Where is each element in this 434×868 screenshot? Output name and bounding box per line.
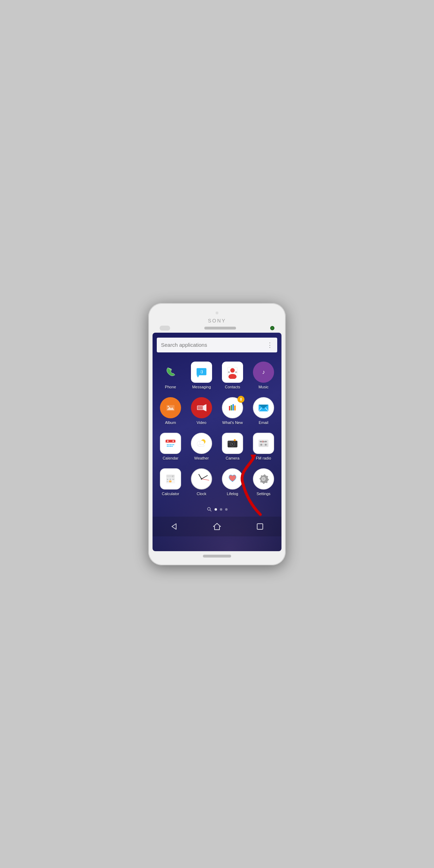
app-weather-label: Weather bbox=[194, 456, 209, 461]
app-settings-label: Settings bbox=[256, 492, 271, 496]
app-weather[interactable]: Weather bbox=[187, 430, 216, 463]
svg-rect-20 bbox=[232, 404, 234, 411]
svg-rect-11 bbox=[167, 405, 175, 411]
front-sensor bbox=[216, 312, 218, 314]
svg-rect-26 bbox=[166, 442, 175, 443]
page-indicators bbox=[153, 502, 281, 517]
phone-screen: ⋮ Phone bbox=[153, 333, 281, 551]
clock-sec-hand bbox=[202, 479, 209, 481]
svg-text:×: × bbox=[170, 479, 171, 480]
svg-rect-59 bbox=[265, 441, 265, 442]
clock-center-dot bbox=[201, 478, 202, 480]
svg-point-36 bbox=[170, 446, 171, 447]
svg-point-30 bbox=[168, 444, 169, 445]
app-calculator-label: Calculator bbox=[162, 492, 179, 496]
page-dot-3[interactable] bbox=[225, 508, 228, 511]
svg-line-84 bbox=[210, 510, 211, 511]
phone-bottom bbox=[153, 551, 281, 559]
app-email[interactable]: Email bbox=[249, 394, 278, 428]
app-phone[interactable]: Phone bbox=[156, 359, 185, 392]
svg-point-33 bbox=[173, 444, 174, 445]
svg-rect-54 bbox=[260, 441, 260, 442]
svg-rect-19 bbox=[231, 405, 232, 410]
app-whatsnew-label: What's New bbox=[222, 420, 243, 425]
app-music[interactable]: ♪ Music bbox=[249, 359, 278, 392]
app-lifelog[interactable]: Lifelog bbox=[218, 466, 247, 499]
phone-sensors-row bbox=[153, 326, 281, 331]
navigation-bar bbox=[153, 517, 281, 536]
svg-point-6 bbox=[228, 371, 230, 373]
svg-point-31 bbox=[170, 444, 171, 445]
svg-rect-21 bbox=[234, 405, 236, 410]
apps-grid: Phone :) Messaging bbox=[153, 356, 281, 502]
app-calculator[interactable]: C + × ÷ − = bbox=[156, 466, 185, 499]
svg-rect-55 bbox=[261, 441, 261, 442]
search-input[interactable] bbox=[161, 342, 267, 348]
svg-text:C: C bbox=[172, 475, 174, 478]
svg-point-4 bbox=[230, 368, 235, 373]
app-whatsnew[interactable]: 8 What's New bbox=[218, 394, 247, 428]
app-video-label: Video bbox=[197, 420, 206, 425]
phone-speaker-top bbox=[204, 327, 236, 330]
svg-rect-18 bbox=[229, 406, 230, 411]
app-music-label: Music bbox=[259, 385, 269, 389]
svg-point-65 bbox=[265, 444, 266, 445]
whatsnew-badge: 8 bbox=[237, 396, 244, 403]
svg-point-32 bbox=[172, 444, 173, 445]
app-clock-label: Clock bbox=[197, 492, 206, 496]
svg-point-48 bbox=[231, 443, 232, 444]
svg-point-27 bbox=[167, 441, 169, 442]
svg-rect-60 bbox=[265, 441, 266, 442]
app-phone-label: Phone bbox=[165, 385, 176, 389]
app-email-label: Email bbox=[259, 420, 268, 425]
app-calendar-label: Calendar bbox=[163, 456, 179, 461]
app-calendar[interactable]: Calendar bbox=[156, 430, 185, 463]
back-button[interactable] bbox=[169, 522, 179, 531]
svg-rect-49 bbox=[234, 439, 236, 441]
app-messaging[interactable]: :) Messaging bbox=[187, 359, 216, 392]
clock-icon bbox=[191, 468, 212, 490]
phone-speaker-bottom bbox=[203, 555, 231, 558]
app-album[interactable]: Album bbox=[156, 394, 185, 428]
page-dot-1[interactable] bbox=[215, 508, 217, 511]
page-dot-2[interactable] bbox=[220, 508, 222, 511]
app-video[interactable]: Video bbox=[187, 394, 216, 428]
svg-text::): :) bbox=[200, 369, 203, 373]
app-fmradio-label: FM radio bbox=[256, 456, 271, 461]
app-clock[interactable]: Clock bbox=[187, 466, 216, 499]
svg-rect-16 bbox=[198, 406, 203, 410]
svg-point-29 bbox=[167, 444, 168, 445]
app-contacts[interactable]: Contacts bbox=[218, 359, 247, 392]
svg-rect-87 bbox=[257, 524, 263, 529]
more-options-icon[interactable]: ⋮ bbox=[267, 341, 273, 349]
svg-rect-57 bbox=[262, 441, 263, 442]
home-button[interactable] bbox=[212, 522, 222, 531]
phone-top bbox=[153, 309, 281, 318]
search-bar[interactable]: ⋮ bbox=[157, 338, 277, 352]
svg-text:=: = bbox=[170, 481, 171, 482]
app-messaging-label: Messaging bbox=[192, 385, 211, 389]
app-camera[interactable]: Camera bbox=[218, 430, 247, 463]
svg-point-81 bbox=[262, 478, 265, 480]
svg-point-35 bbox=[168, 446, 169, 447]
app-contacts-label: Contacts bbox=[225, 385, 240, 389]
recents-button[interactable] bbox=[255, 522, 265, 531]
svg-rect-50 bbox=[228, 442, 230, 443]
svg-rect-61 bbox=[266, 441, 267, 442]
svg-point-28 bbox=[173, 441, 174, 442]
svg-text:+: + bbox=[167, 479, 168, 480]
app-lifelog-label: Lifelog bbox=[227, 492, 238, 496]
svg-point-34 bbox=[167, 446, 168, 447]
svg-point-63 bbox=[261, 444, 262, 445]
app-settings[interactable]: Settings bbox=[249, 466, 278, 499]
svg-point-37 bbox=[172, 446, 173, 447]
svg-marker-85 bbox=[172, 524, 176, 529]
svg-point-47 bbox=[232, 444, 233, 445]
svg-marker-1 bbox=[197, 375, 199, 377]
app-fmradio[interactable]: FM radio bbox=[249, 430, 278, 463]
svg-text:♪: ♪ bbox=[262, 369, 265, 375]
page-search-indicator[interactable] bbox=[207, 507, 212, 512]
phone-mic bbox=[160, 326, 170, 331]
front-camera bbox=[270, 326, 274, 330]
svg-text:−: − bbox=[167, 481, 168, 482]
